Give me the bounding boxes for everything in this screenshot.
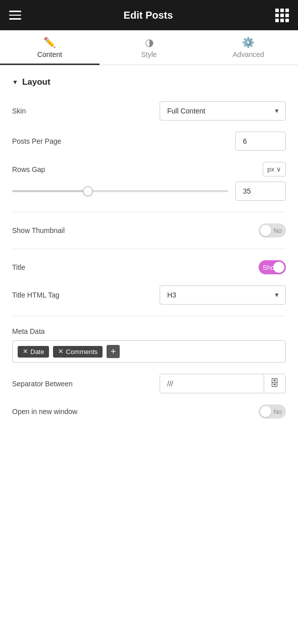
show-thumbnail-toggle-wrapper: No: [259, 223, 286, 238]
title-toggle-label: Title: [12, 263, 25, 271]
meta-data-tags-container: ✕ Date ✕ Comments +: [12, 340, 286, 363]
grid-icon[interactable]: [275, 9, 289, 22]
meta-data-add-button[interactable]: +: [107, 345, 120, 358]
title-toggle-wrapper: Show: [259, 260, 286, 274]
content-panel: ▼ Layout Skin Full Content Classic Cards…: [0, 65, 298, 450]
show-thumbnail-toggle-knob: [260, 225, 271, 236]
skin-label: Skin: [12, 107, 26, 115]
separator-icon-button[interactable]: 🗄: [264, 374, 285, 393]
separator-input-wrapper: 🗄: [160, 374, 286, 393]
show-thumbnail-toggle[interactable]: No: [259, 223, 286, 238]
open-new-window-toggle[interactable]: No: [259, 404, 286, 419]
database-icon: 🗄: [270, 378, 279, 389]
title-toggle[interactable]: Show: [259, 260, 286, 274]
rows-gap-top: Rows Gap px ∨: [12, 162, 286, 177]
rows-gap-slider-container: [12, 186, 228, 196]
show-thumbnail-label: Show Thumbnail: [12, 226, 65, 235]
tab-style-label: Style: [141, 50, 157, 58]
collapse-arrow-icon[interactable]: ▼: [12, 79, 18, 86]
divider-1: [12, 212, 286, 212]
divider-3: [12, 316, 286, 316]
title-html-tag-select-wrapper: H1 H2 H3 H4 H5 H6 ▼: [160, 285, 286, 305]
open-new-window-toggle-wrapper: No: [259, 404, 286, 419]
hamburger-icon[interactable]: [9, 11, 21, 20]
rows-gap-label: Rows Gap: [12, 165, 45, 173]
show-thumbnail-row: Show Thumbnail No: [12, 223, 286, 238]
separator-input[interactable]: [160, 375, 264, 393]
open-new-window-row: Open in new window No: [12, 404, 286, 419]
title-html-tag-row: Title HTML Tag H1 H2 H3 H4 H5 H6 ▼: [12, 285, 286, 305]
tab-content[interactable]: ✏️ Content: [0, 30, 100, 65]
divider-2: [12, 249, 286, 249]
posts-per-page-row: Posts Per Page: [12, 132, 286, 151]
meta-tag-date-remove-icon: ✕: [23, 348, 28, 355]
rows-gap-unit-label: px: [267, 165, 274, 173]
show-thumbnail-toggle-label: No: [273, 227, 282, 235]
meta-tag-comments-remove-icon: ✕: [58, 348, 63, 355]
rows-gap-input[interactable]: [235, 182, 286, 201]
page-title: Edit Posts: [124, 10, 173, 21]
separator-between-label: Separator Between: [12, 380, 73, 388]
open-new-window-label: Open in new window: [12, 407, 77, 416]
meta-data-section: Meta Data ✕ Date ✕ Comments +: [12, 327, 286, 363]
rows-gap-unit-select[interactable]: px ∨: [263, 162, 286, 177]
rows-gap-slider-fill: [12, 190, 88, 192]
title-toggle-knob: [273, 262, 284, 273]
pencil-icon: ✏️: [43, 37, 56, 47]
tab-content-label: Content: [37, 50, 62, 58]
skin-select-wrapper: Full Content Classic Cards ▼: [160, 101, 286, 121]
meta-data-add-icon: +: [111, 347, 116, 356]
layout-section-header: ▼ Layout: [12, 77, 286, 87]
tab-advanced[interactable]: ⚙️ Advanced: [198, 30, 298, 65]
rows-gap-slider-track: [12, 190, 228, 192]
gear-icon: ⚙️: [242, 37, 255, 47]
meta-tag-comments[interactable]: ✕ Comments: [53, 346, 103, 358]
halfcircle-icon: ◑: [145, 37, 154, 47]
posts-per-page-input[interactable]: [235, 132, 286, 151]
meta-tag-date[interactable]: ✕ Date: [18, 346, 49, 358]
title-toggle-row: Title Show: [12, 260, 286, 274]
open-new-window-toggle-label: No: [273, 408, 282, 416]
rows-gap-slider-thumb[interactable]: [83, 186, 93, 196]
title-html-tag-label: Title HTML Tag: [12, 291, 60, 299]
rows-gap-unit-arrow-icon: ∨: [276, 165, 281, 173]
tab-style[interactable]: ◑ Style: [100, 30, 199, 65]
rows-gap-section: Rows Gap px ∨: [12, 162, 286, 201]
separator-between-row: Separator Between 🗄: [12, 374, 286, 393]
title-html-tag-select[interactable]: H1 H2 H3 H4 H5 H6: [160, 285, 286, 305]
layout-title: Layout: [22, 77, 51, 87]
skin-select[interactable]: Full Content Classic Cards: [160, 101, 286, 121]
meta-data-label: Meta Data: [12, 327, 286, 335]
tab-advanced-label: Advanced: [233, 50, 264, 58]
meta-tag-comments-label: Comments: [66, 348, 97, 356]
skin-row: Skin Full Content Classic Cards ▼: [12, 101, 286, 121]
rows-gap-slider-row: [12, 182, 286, 201]
header: Edit Posts: [0, 0, 298, 30]
open-new-window-toggle-knob: [260, 406, 271, 417]
posts-per-page-label: Posts Per Page: [12, 137, 61, 145]
meta-tag-date-label: Date: [30, 348, 44, 356]
tabs: ✏️ Content ◑ Style ⚙️ Advanced: [0, 30, 298, 65]
